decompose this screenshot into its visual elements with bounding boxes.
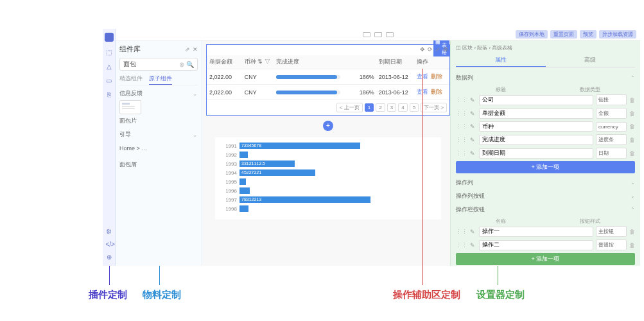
op-style-select[interactable]: 普通按 — [596, 239, 627, 250]
section-op-col[interactable]: 操作列 — [456, 176, 635, 189]
field-type-select[interactable]: currency — [596, 122, 627, 132]
tab-advanced[interactable]: 高级 — [546, 54, 636, 67]
chart-bar: 199333121112.5 — [220, 160, 436, 167]
field-type-select[interactable]: 金额 — [596, 108, 627, 119]
delete-icon[interactable]: 🗑 — [629, 97, 635, 103]
chart-bar: 1996 — [220, 187, 436, 194]
field-type-select[interactable]: 链接 — [596, 94, 627, 105]
pin-icon[interactable]: ⇗ — [185, 46, 190, 53]
delete-link[interactable]: 删除 — [431, 89, 442, 95]
field-title-input[interactable] — [479, 135, 593, 145]
add-block-button[interactable]: + — [323, 121, 333, 131]
edit-icon[interactable]: ✎ — [470, 97, 476, 103]
section-op-col-btn[interactable]: 操作列按钮 — [456, 189, 635, 203]
table-header: 单据金额币种 ⇅ ▽ 完成进度 到期日期操作 — [207, 55, 449, 69]
pager-page[interactable]: 3 — [387, 103, 396, 112]
delete-icon[interactable]: 🗑 — [629, 110, 635, 117]
pager-page[interactable]: 1 — [365, 103, 374, 112]
rail-icon[interactable]: ▭ — [106, 78, 112, 84]
drag-icon[interactable]: ⋮⋮ — [456, 150, 467, 157]
delete-icon[interactable]: 🗑 — [629, 229, 635, 235]
save-button[interactable]: 保存到本地 — [516, 30, 548, 39]
expand-icon[interactable]: ⤢ — [435, 46, 440, 53]
table-row: 2,022.00CNY 186% 2013-06-12 查看删除 — [207, 69, 449, 85]
section-data-cols[interactable]: 数据列 — [456, 71, 635, 85]
drag-icon[interactable]: ⋮⋮ — [456, 97, 467, 103]
delete-icon[interactable]: 🗑 — [629, 150, 635, 157]
search-input[interactable]: 面包 ⊗🔍 — [119, 58, 198, 71]
field-title-input[interactable] — [479, 121, 593, 132]
tab-featured[interactable]: 精选组件 — [119, 74, 143, 83]
edit-icon[interactable]: ✎ — [470, 150, 476, 157]
bar-chart: 1991723456781992199333121112.51994452272… — [215, 137, 441, 220]
category-feedback[interactable]: 信息反馈 — [119, 89, 198, 98]
pager-page[interactable]: 4 — [398, 103, 407, 112]
delete-icon[interactable]: 🗑 — [629, 123, 635, 130]
field-row: ⋮⋮ ✎ 链接 🗑 — [456, 94, 635, 105]
delete-icon[interactable]: 🗑 — [629, 137, 635, 143]
close-icon[interactable]: ✕ — [193, 46, 198, 53]
field-row: ⋮⋮ ✎ 进度条 🗑 — [456, 134, 635, 145]
top-toolbar: 保存到本地 重置页面 预览 异步加载资源 — [116, 29, 640, 40]
rail-icon[interactable]: △ — [106, 64, 112, 70]
op-name-input[interactable] — [479, 240, 593, 250]
chart-bar: 199778312213 — [220, 196, 436, 203]
preview-button[interactable]: 预览 — [580, 30, 596, 39]
canvas: ▦高级表格 ⎘ 🗑 ✥⟳⤢⚙ 单据金额币种 ⇅ ▽ 完成进度 到期日期操作 2,… — [202, 40, 454, 266]
edit-icon[interactable]: ✎ — [470, 123, 476, 130]
edit-icon[interactable]: ✎ — [470, 242, 476, 248]
chart-bar: 1995 — [220, 178, 436, 185]
clear-icon[interactable]: ⊗ — [179, 61, 184, 68]
plus-icon[interactable]: ⊕ — [106, 254, 112, 261]
move-icon[interactable]: ✥ — [420, 46, 425, 53]
delete-link[interactable]: 删除 — [431, 73, 442, 80]
drag-icon[interactable]: ⋮⋮ — [456, 137, 467, 143]
field-row: ⋮⋮ ✎ 日期 🗑 — [456, 148, 635, 159]
pager-page[interactable]: 5 — [410, 103, 419, 112]
field-title-input[interactable] — [479, 148, 593, 159]
selected-table[interactable]: ▦高级表格 ⎘ 🗑 ✥⟳⤢⚙ 单据金额币种 ⇅ ▽ 完成进度 到期日期操作 2,… — [206, 44, 450, 116]
component-item[interactable]: 面包片 — [119, 117, 198, 125]
edit-icon[interactable]: ✎ — [470, 110, 476, 117]
bug-icon[interactable]: ⚙ — [106, 229, 112, 235]
tab-atomic[interactable]: 原子组件 — [149, 74, 172, 85]
pager-page[interactable]: 2 — [376, 103, 385, 112]
op-row: ⋮⋮ ✎ 普通按 🗑 — [456, 239, 635, 250]
edit-icon[interactable]: ✎ — [470, 229, 476, 235]
search-icon[interactable]: 🔍 — [186, 61, 194, 68]
component-item[interactable]: 面包屑 — [119, 160, 198, 169]
gear-icon[interactable]: ⚙ — [443, 46, 448, 53]
field-title-input[interactable] — [479, 108, 593, 119]
viewport-switch[interactable] — [363, 32, 394, 37]
pagination: < 上一页 1 2 3 4 5 下一页 > — [207, 100, 449, 115]
field-type-select[interactable]: 进度条 — [596, 134, 627, 145]
add-field-button[interactable]: + 添加一项 — [456, 161, 635, 173]
add-op-button[interactable]: + 添加一项 — [456, 253, 635, 265]
delete-icon[interactable]: 🗑 — [629, 242, 635, 248]
component-item[interactable]: Home > … — [119, 145, 198, 152]
plugin-rail: ⬚ △ ▭ ⎘ ⚙ </> ⊕ — [103, 29, 116, 266]
op-name-input[interactable] — [479, 227, 593, 237]
async-button[interactable]: 异步加载资源 — [599, 30, 636, 39]
pager-next[interactable]: 下一页 > — [421, 103, 447, 112]
rail-icon[interactable]: ⬚ — [106, 49, 112, 56]
reset-button[interactable]: 重置页面 — [550, 30, 577, 39]
lock-icon[interactable]: ⟳ — [428, 46, 433, 53]
pager-prev[interactable]: < 上一页 — [336, 103, 363, 112]
code-icon[interactable]: </> — [106, 241, 112, 248]
drag-icon[interactable]: ⋮⋮ — [456, 123, 467, 130]
component-thumb[interactable] — [119, 100, 141, 114]
drag-icon[interactable]: ⋮⋮ — [456, 242, 467, 248]
drag-icon[interactable]: ⋮⋮ — [456, 229, 467, 235]
section-op-bar-btn[interactable]: 操作栏按钮 — [456, 203, 635, 216]
edit-icon[interactable]: ✎ — [470, 137, 476, 143]
category-guide[interactable]: 引导 — [119, 130, 198, 139]
op-style-select[interactable]: 主按钮 — [596, 226, 627, 237]
field-title-input[interactable] — [479, 95, 593, 105]
breadcrumb[interactable]: ◫ 区块 › 段落 › 高级表格 — [456, 44, 635, 51]
component-library: 组件库 ⇗✕ 面包 ⊗🔍 精选组件 原子组件 信息反馈 面包片 引导 Home … — [116, 40, 202, 266]
drag-icon[interactable]: ⋮⋮ — [456, 110, 467, 117]
rail-icon[interactable]: ⎘ — [106, 92, 112, 98]
tab-props[interactable]: 属性 — [456, 54, 546, 67]
field-type-select[interactable]: 日期 — [596, 148, 627, 159]
